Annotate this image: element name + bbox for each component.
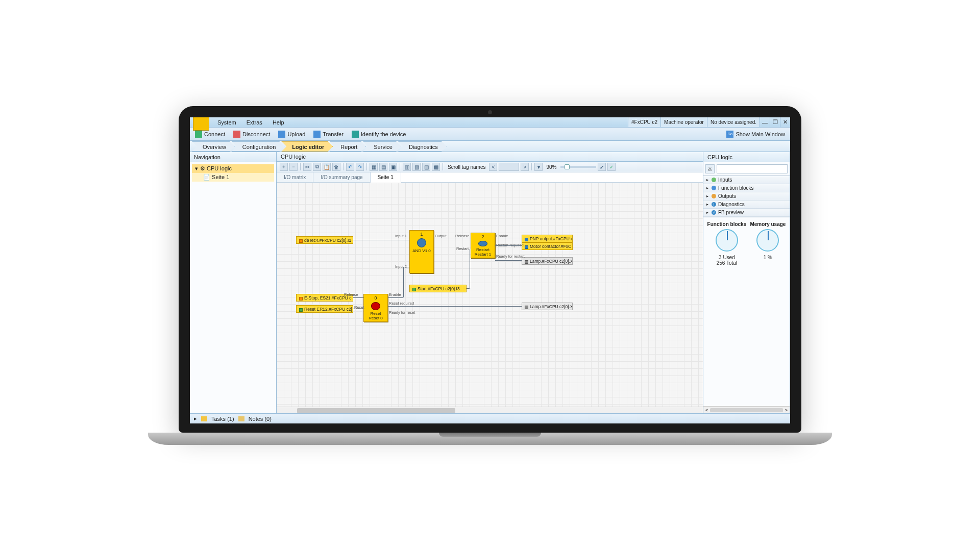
palette-hscroll[interactable]: <>: [703, 406, 790, 413]
wire: [353, 297, 363, 298]
scroll-tag-field[interactable]: [499, 163, 519, 171]
window-close-button[interactable]: ✕: [780, 117, 790, 127]
transfer-icon: [313, 131, 321, 138]
editor-title: CPU logic: [277, 152, 703, 162]
scroll-tag-prev[interactable]: <: [489, 163, 497, 171]
upload-button[interactable]: Upload: [275, 131, 308, 138]
metric-function-blocks: Function blocks 3 Used 256 Total: [707, 221, 747, 266]
statusbar-expand-icon[interactable]: ▸: [194, 415, 197, 422]
tool-redo-icon[interactable]: ↷: [356, 163, 364, 171]
transfer-button[interactable]: Transfer: [310, 131, 347, 138]
tab-overview[interactable]: Overview: [192, 141, 235, 152]
tree-cpu-logic[interactable]: ▾⚙ CPU logic: [192, 164, 274, 173]
tool-view1-icon[interactable]: ▧: [412, 163, 421, 171]
tool-view2-icon[interactable]: ▨: [422, 163, 430, 171]
tab-configuration[interactable]: Configuration: [232, 141, 284, 152]
port-enable2: Enable: [389, 292, 401, 297]
fb-and[interactable]: 1 AND V1 0: [409, 230, 434, 273]
scroll-tag-label: Scroll tag names: [446, 164, 487, 170]
window-maximize-button[interactable]: ❐: [770, 117, 780, 127]
tool-new-icon[interactable]: ＋: [280, 163, 288, 171]
tool-check-icon[interactable]: ✓: [607, 163, 616, 171]
group-inputs[interactable]: ▸Inputs: [703, 176, 790, 184]
tab-service[interactable]: Service: [363, 141, 401, 152]
canvas-hscroll[interactable]: [277, 407, 703, 413]
group-function-blocks[interactable]: ▸Function blocks: [703, 184, 790, 192]
wire: [434, 238, 471, 238]
content-area: Navigation ▾⚙ CPU logic 📄 Seite 1 CPU lo…: [190, 152, 790, 413]
port-input1: Input 1: [395, 234, 407, 238]
notes-flag-icon: [238, 416, 244, 421]
palette-filter-icon[interactable]: ⛭: [705, 164, 715, 173]
connect-button[interactable]: Connect: [192, 131, 228, 138]
group-outputs[interactable]: ▸Outputs: [703, 192, 790, 201]
navigation-tree: ▾⚙ CPU logic 📄 Seite 1: [190, 162, 276, 184]
subtab-io-summary[interactable]: I/O summary page: [313, 172, 370, 182]
tool-view3-icon[interactable]: ▩: [432, 163, 440, 171]
wire: [353, 309, 363, 309]
wire: [470, 249, 470, 288]
identify-button[interactable]: Identify the device: [349, 131, 409, 138]
tab-logic-editor[interactable]: Logic editor: [281, 141, 333, 152]
wire: [388, 306, 522, 307]
nav-tabs: Overview Configuration Logic editor Repo…: [190, 141, 790, 152]
app-window: System Extras Help #FxCPU c2 Machine ope…: [190, 117, 790, 423]
group-diagnostics[interactable]: ▸iDiagnostics: [703, 201, 790, 209]
tab-diagnostics[interactable]: Diagnostics: [398, 141, 447, 152]
group-fb-preview[interactable]: ▸✓FB preview: [703, 209, 790, 217]
navigation-title: Navigation: [190, 152, 276, 162]
tool-select-icon[interactable]: ▣: [389, 163, 397, 171]
notes-link[interactable]: Notes (0): [249, 416, 272, 422]
navigation-panel: Navigation ▾⚙ CPU logic 📄 Seite 1: [190, 152, 277, 413]
status-role: Machine operator: [660, 117, 707, 127]
logic-canvas[interactable]: deTec4.#FxCPU c2[0].I1 E-Stop, ES21.#FxC…: [277, 183, 703, 406]
wire: [495, 260, 522, 261]
tool-dropdown[interactable]: ▾: [534, 163, 543, 171]
tool-grid-icon[interactable]: ▤: [379, 163, 387, 171]
fb-reset[interactable]: 0 ResetReset 0: [363, 294, 388, 322]
subtab-io-matrix[interactable]: I/O matrix: [277, 172, 313, 182]
fb-restart[interactable]: 2 RestartRestart 1: [471, 233, 495, 258]
editor-panel: CPU logic ＋ － ✂ ⧉ 📋 🗑 ↶ ↷ ▦ ▤ ▣ ▥ ▧ ▨ ▩ …: [277, 152, 703, 413]
input-start[interactable]: Start.#FxCPU c2[0].I3: [409, 285, 467, 292]
zoom-slider[interactable]: [560, 166, 596, 168]
tool-undo-icon[interactable]: ↶: [346, 163, 354, 171]
tool-cut-icon[interactable]: ✂: [303, 163, 311, 171]
show-main-window-button[interactable]: SoShow Main Window: [723, 131, 788, 138]
palette-title: CPU logic: [703, 152, 790, 162]
disconnect-button[interactable]: Disconnect: [230, 131, 273, 138]
metric-memory-usage: Memory usage 1 %: [750, 221, 786, 266]
palette-search-input[interactable]: [717, 164, 788, 173]
zoom-value: 90%: [544, 164, 558, 170]
upload-icon: [278, 131, 285, 138]
tool-paste-icon[interactable]: 📋: [323, 163, 331, 171]
scroll-tag-next[interactable]: >: [521, 163, 529, 171]
tool-fit-icon[interactable]: ⤢: [598, 163, 606, 171]
gauge-icon: [756, 229, 779, 252]
tool-delete-icon[interactable]: －: [289, 163, 298, 171]
tool-trash-icon[interactable]: 🗑: [332, 163, 340, 171]
tasks-link[interactable]: Tasks (1): [211, 416, 234, 422]
gauge-icon: [716, 229, 738, 252]
subtab-seite1[interactable]: Seite 1: [371, 172, 401, 183]
tab-report[interactable]: Report: [330, 141, 366, 152]
menu-help[interactable]: Help: [267, 119, 289, 126]
menu-extras[interactable]: Extras: [241, 119, 267, 126]
tool-group-icon[interactable]: ▥: [403, 163, 411, 171]
tool-copy-icon[interactable]: ⧉: [313, 163, 321, 171]
input-reset[interactable]: Reset ER12.#FxCPU c2[: [296, 305, 353, 313]
tool-align-icon[interactable]: ▦: [370, 163, 378, 171]
port-reset-req: Reset required: [389, 301, 414, 306]
window-minimize-button[interactable]: —: [760, 117, 770, 127]
menu-system[interactable]: System: [212, 119, 241, 126]
input-detec4[interactable]: deTec4.#FxCPU c2[0].I1: [296, 236, 353, 244]
output-lamp-x3[interactable]: Lamp.#FxCPU c2[0].X3: [522, 257, 573, 265]
output-pnp[interactable]: PNP output.#FxCPU c: [522, 235, 573, 242]
output-lamp-x4[interactable]: Lamp.#FxCPU c2[0].X4: [522, 303, 573, 310]
tree-page-seite1[interactable]: 📄 Seite 1: [192, 173, 274, 182]
output-motor[interactable]: Motor contactor.#FxC: [522, 242, 573, 250]
port-restart: Restart: [456, 246, 469, 251]
wire: [353, 240, 409, 240]
wire: [388, 297, 403, 298]
palette-search-row: ⛭: [703, 162, 790, 176]
